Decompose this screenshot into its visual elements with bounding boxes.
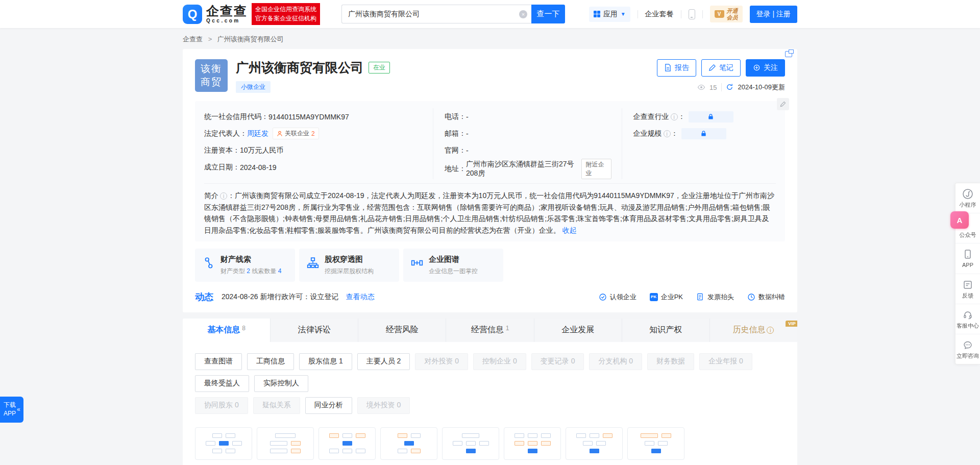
- download-app-button[interactable]: 下载APP «: [0, 397, 23, 423]
- subtab-chacha-graph[interactable]: 查查图谱: [195, 353, 242, 370]
- nearby-companies-chip[interactable]: 附近企业: [581, 159, 611, 179]
- tab-legal-litigation[interactable]: 法律诉讼: [271, 319, 358, 342]
- graph-thumbnails-row: 企业图谱 股权结构图 股权穿透图: [195, 427, 785, 465]
- graph-card-related-party[interactable]: 关联方认定图: [627, 427, 684, 465]
- related-companies-chip[interactable]: 关联企业 2: [273, 128, 319, 139]
- subtab-business-registration[interactable]: 工商信息: [247, 353, 294, 370]
- search-button[interactable]: 查一下: [531, 5, 565, 23]
- established-value: 2024-08-19: [240, 163, 277, 172]
- subtab-key-personnel[interactable]: 主要人员 2: [357, 353, 410, 370]
- subtab-ultimate-beneficiary[interactable]: 最终受益人: [195, 375, 249, 392]
- graph-thumbnail: [318, 427, 376, 460]
- tab-intellectual-property[interactable]: 知识产权: [622, 319, 710, 342]
- subtab-actual-controller[interactable]: 实际控制人: [254, 375, 308, 392]
- qcc-logo[interactable]: Q 企查查 Qcc.com: [183, 5, 248, 24]
- subtab-peer-analysis[interactable]: 同业分析: [305, 397, 352, 414]
- industry-locked-value[interactable]: [689, 111, 733, 123]
- chat-bubble-icon: [962, 339, 973, 351]
- company-summary-card: 该衡商贸 广州该衡商贸有限公司 在业 小微企业 报告: [183, 49, 797, 312]
- subtab-financial-data: 财务数据: [647, 353, 694, 370]
- graph-card-relationship-graph[interactable]: 关系图谱: [380, 427, 437, 465]
- tab-operation-risk[interactable]: 经营风险: [358, 319, 446, 342]
- subtab-co-shareholders: 协同股东 0: [195, 397, 248, 414]
- refresh-icon[interactable]: [726, 83, 734, 91]
- note-button[interactable]: 笔记: [701, 59, 741, 77]
- vip-crown-icon: V: [715, 10, 724, 18]
- follow-button[interactable]: 关注: [746, 59, 785, 77]
- search-input[interactable]: [348, 10, 519, 18]
- clock-alert-icon: [747, 293, 755, 301]
- tab-history-info[interactable]: 历史信息 VIP: [710, 319, 797, 342]
- feedback-icon: [962, 279, 973, 290]
- company-logo-tile: 该衡商贸: [195, 59, 228, 92]
- mobile-app-icon[interactable]: [689, 9, 695, 19]
- graph-card-equity-penetration[interactable]: 股权穿透图: [318, 427, 376, 465]
- website-label: 官网：: [445, 146, 466, 155]
- graph-card-equity-distribution[interactable]: 企业股权分布: [566, 427, 623, 465]
- sidebar-item-consult[interactable]: 立即咨询: [955, 334, 980, 364]
- asset-clues-card[interactable]: 财产线索 财产类型 2 线索数量 4: [195, 249, 295, 282]
- tab-basic-info[interactable]: 基本信息8: [183, 319, 271, 342]
- graph-thumbnail: [257, 427, 314, 460]
- subtab-row-2: 协同股东 0 疑似关系 同业分析 境外投资 0: [195, 397, 785, 414]
- sidebar-item-miniprogram[interactable]: 小程序: [955, 183, 980, 213]
- scale-locked-value[interactable]: [681, 128, 726, 139]
- trends-title: 动态: [195, 291, 213, 303]
- vip-membership-button[interactable]: V 开通会员: [710, 6, 743, 22]
- mobile-app-icon: [962, 249, 973, 260]
- graph-card-beneficial-shareholders[interactable]: 企业受益股东: [504, 427, 561, 465]
- tab-company-development[interactable]: 企业发展: [534, 319, 622, 342]
- breadcrumb-home-link[interactable]: 企查查: [183, 35, 203, 43]
- graph-card-actual-controller[interactable]: 实际控制人: [442, 427, 499, 465]
- company-graph-card[interactable]: 企业图谱 企业信息一图掌控: [403, 249, 503, 282]
- asset-clues-icon: [202, 256, 215, 270]
- subtab-suspected-relations: 疑似关系: [253, 397, 300, 414]
- capital-value: 10万元人民币: [240, 146, 284, 155]
- sidebar-item-app[interactable]: APP: [955, 243, 980, 274]
- asset-clues-title: 财产线索: [220, 255, 281, 264]
- company-scale-tag[interactable]: 小微企业: [236, 81, 271, 93]
- edit-pencil-icon[interactable]: [777, 98, 789, 110]
- login-register-button[interactable]: 登录 | 注册: [750, 6, 797, 23]
- graph-card-company-graph[interactable]: 企业图谱: [195, 427, 252, 465]
- equity-penetration-card[interactable]: 股权穿透图 挖掘深层股权结构: [299, 249, 399, 282]
- views-count: 15: [709, 84, 717, 91]
- vip-tag: VIP: [786, 321, 797, 327]
- updated-date: 2024-10-09更新: [738, 83, 786, 92]
- info-icon: [664, 130, 671, 137]
- apps-menu[interactable]: 应用 ▼: [589, 7, 630, 22]
- intro-text: ：广州该衡商贸有限公司成立于2024-08-19，法定代表人为周廷发，注册资本为…: [204, 191, 774, 234]
- sidebar-item-wechat-official[interactable]: A 公众号: [955, 213, 980, 243]
- related-person-icon: [277, 131, 283, 137]
- report-button[interactable]: 报告: [657, 59, 696, 77]
- pen-icon: [708, 64, 717, 72]
- brand-domain: Qcc.com: [206, 18, 248, 23]
- graph-thumbnail: [566, 427, 623, 460]
- subtab-controlled-companies: 控制企业 0: [473, 353, 526, 370]
- established-label: 成立日期：: [204, 163, 240, 172]
- subtab-shareholders[interactable]: 股东信息 1: [299, 353, 352, 370]
- company-graph-title: 企业图谱: [429, 255, 478, 264]
- email-label: 邮箱：: [445, 129, 466, 138]
- credit-code-label: 统一社会信用代码：: [204, 112, 268, 121]
- email-value: -: [466, 130, 469, 138]
- sidebar-item-customer-service[interactable]: 客服中心: [955, 304, 980, 334]
- view-trends-link[interactable]: 查看动态: [346, 292, 375, 302]
- translate-extension-icon[interactable]: A: [950, 211, 969, 229]
- screenshot-corner-icon[interactable]: [785, 51, 792, 57]
- tab-operation-info[interactable]: 经营信息1: [446, 319, 534, 342]
- graph-card-equity-structure[interactable]: 股权结构图: [257, 427, 314, 465]
- phone-label: 电话：: [445, 112, 466, 121]
- info-icon: [220, 192, 227, 200]
- data-correction-link[interactable]: 数据纠错: [747, 292, 785, 302]
- divider: [721, 83, 722, 91]
- invoice-title-link[interactable]: 发票抬头: [696, 292, 734, 302]
- enterprise-package-link[interactable]: 企业套餐: [645, 10, 674, 19]
- company-pk-link[interactable]: 企业PK: [650, 292, 683, 302]
- claim-company-link[interactable]: 认领企业: [599, 292, 636, 302]
- clear-search-icon[interactable]: ×: [519, 10, 527, 18]
- legal-rep-link[interactable]: 周廷发: [247, 129, 268, 138]
- sidebar-item-feedback[interactable]: 反馈: [955, 274, 980, 304]
- right-floating-toolbar: 小程序 A 公众号 APP 反馈 客服中心 立即咨询: [955, 183, 980, 364]
- collapse-link[interactable]: 收起: [562, 226, 577, 234]
